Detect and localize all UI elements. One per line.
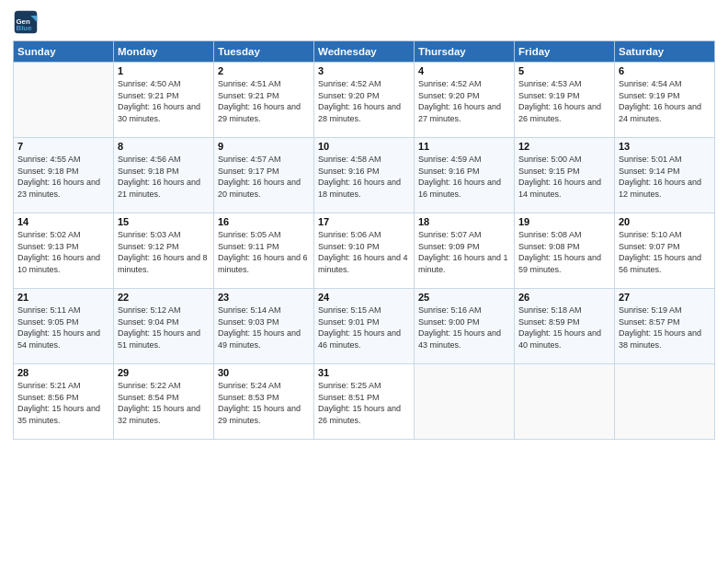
- day-info: Sunrise: 5:05 AMSunset: 9:11 PMDaylight:…: [218, 229, 310, 275]
- day-number: 9: [218, 141, 310, 152]
- logo: Gen Blue: [13, 9, 42, 35]
- calendar-week-2: 14Sunrise: 5:02 AMSunset: 9:13 PMDayligh…: [14, 213, 715, 289]
- calendar-cell: 28Sunrise: 5:21 AMSunset: 8:56 PMDayligh…: [14, 364, 114, 440]
- day-info: Sunrise: 4:55 AMSunset: 9:18 PMDaylight:…: [17, 154, 109, 200]
- weekday-header-wednesday: Wednesday: [314, 41, 415, 63]
- calendar-cell: 22Sunrise: 5:12 AMSunset: 9:04 PMDayligh…: [114, 289, 214, 364]
- day-info: Sunrise: 4:50 AMSunset: 9:21 PMDaylight:…: [118, 78, 210, 124]
- day-info: Sunrise: 5:16 AMSunset: 9:00 PMDaylight:…: [418, 304, 510, 350]
- calendar-cell: 8Sunrise: 4:56 AMSunset: 9:18 PMDaylight…: [114, 138, 214, 213]
- day-number: 17: [318, 216, 410, 227]
- calendar-cell: 15Sunrise: 5:03 AMSunset: 9:12 PMDayligh…: [114, 213, 214, 289]
- day-info: Sunrise: 5:07 AMSunset: 9:09 PMDaylight:…: [418, 229, 510, 275]
- calendar-cell: 24Sunrise: 5:15 AMSunset: 9:01 PMDayligh…: [314, 289, 415, 364]
- calendar-week-0: 1Sunrise: 4:50 AMSunset: 9:21 PMDaylight…: [14, 63, 715, 138]
- calendar-cell: 27Sunrise: 5:19 AMSunset: 8:57 PMDayligh…: [615, 289, 715, 364]
- calendar-cell: 23Sunrise: 5:14 AMSunset: 9:03 PMDayligh…: [214, 289, 314, 364]
- calendar-cell: 29Sunrise: 5:22 AMSunset: 8:54 PMDayligh…: [114, 364, 214, 440]
- day-info: Sunrise: 5:19 AMSunset: 8:57 PMDaylight:…: [619, 304, 711, 350]
- day-number: 30: [218, 367, 310, 378]
- day-number: 4: [418, 65, 510, 76]
- day-number: 1: [118, 65, 210, 76]
- calendar-cell: 5Sunrise: 4:53 AMSunset: 9:19 PMDaylight…: [515, 63, 615, 138]
- day-info: Sunrise: 5:18 AMSunset: 8:59 PMDaylight:…: [518, 304, 610, 350]
- day-number: 20: [619, 216, 711, 227]
- calendar-cell: 19Sunrise: 5:08 AMSunset: 9:08 PMDayligh…: [515, 213, 615, 289]
- calendar-cell: 4Sunrise: 4:52 AMSunset: 9:20 PMDaylight…: [415, 63, 515, 138]
- calendar-cell: 18Sunrise: 5:07 AMSunset: 9:09 PMDayligh…: [415, 213, 515, 289]
- day-info: Sunrise: 4:51 AMSunset: 9:21 PMDaylight:…: [218, 78, 310, 124]
- weekday-header-row: SundayMondayTuesdayWednesdayThursdayFrid…: [14, 41, 715, 63]
- calendar-cell: 11Sunrise: 4:59 AMSunset: 9:16 PMDayligh…: [415, 138, 515, 213]
- weekday-header-sunday: Sunday: [14, 41, 114, 63]
- day-number: 13: [619, 141, 711, 152]
- calendar-cell: 20Sunrise: 5:10 AMSunset: 9:07 PMDayligh…: [615, 213, 715, 289]
- day-number: 11: [418, 141, 510, 152]
- day-info: Sunrise: 4:59 AMSunset: 9:16 PMDaylight:…: [418, 154, 510, 200]
- weekday-header-tuesday: Tuesday: [214, 41, 314, 63]
- day-info: Sunrise: 5:11 AMSunset: 9:05 PMDaylight:…: [17, 304, 109, 350]
- day-info: Sunrise: 5:22 AMSunset: 8:54 PMDaylight:…: [118, 380, 210, 426]
- weekday-header-saturday: Saturday: [615, 41, 715, 63]
- weekday-header-monday: Monday: [114, 41, 214, 63]
- day-info: Sunrise: 4:56 AMSunset: 9:18 PMDaylight:…: [118, 154, 210, 200]
- day-info: Sunrise: 5:02 AMSunset: 9:13 PMDaylight:…: [17, 229, 109, 275]
- day-number: 22: [118, 292, 210, 303]
- calendar-cell: 21Sunrise: 5:11 AMSunset: 9:05 PMDayligh…: [14, 289, 114, 364]
- day-info: Sunrise: 5:14 AMSunset: 9:03 PMDaylight:…: [218, 304, 310, 350]
- day-number: 28: [17, 367, 109, 378]
- day-number: 2: [218, 65, 310, 76]
- day-info: Sunrise: 5:01 AMSunset: 9:14 PMDaylight:…: [619, 154, 711, 200]
- calendar-cell: 25Sunrise: 5:16 AMSunset: 9:00 PMDayligh…: [415, 289, 515, 364]
- day-number: 19: [518, 216, 610, 227]
- calendar-week-4: 28Sunrise: 5:21 AMSunset: 8:56 PMDayligh…: [14, 364, 715, 440]
- calendar-cell: 16Sunrise: 5:05 AMSunset: 9:11 PMDayligh…: [214, 213, 314, 289]
- day-info: Sunrise: 5:24 AMSunset: 8:53 PMDaylight:…: [218, 380, 310, 426]
- calendar-cell: [515, 364, 615, 440]
- calendar-header: SundayMondayTuesdayWednesdayThursdayFrid…: [14, 41, 715, 63]
- svg-text:Blue: Blue: [17, 24, 33, 32]
- day-info: Sunrise: 5:08 AMSunset: 9:08 PMDaylight:…: [518, 229, 610, 275]
- day-number: 25: [418, 292, 510, 303]
- day-info: Sunrise: 5:15 AMSunset: 9:01 PMDaylight:…: [318, 304, 410, 350]
- day-number: 8: [118, 141, 210, 152]
- day-info: Sunrise: 4:58 AMSunset: 9:16 PMDaylight:…: [318, 154, 410, 200]
- day-number: 7: [17, 141, 109, 152]
- day-number: 12: [518, 141, 610, 152]
- day-number: 15: [118, 216, 210, 227]
- day-number: 31: [318, 367, 410, 378]
- calendar-week-3: 21Sunrise: 5:11 AMSunset: 9:05 PMDayligh…: [14, 289, 715, 364]
- calendar-cell: 7Sunrise: 4:55 AMSunset: 9:18 PMDaylight…: [14, 138, 114, 213]
- day-number: 16: [218, 216, 310, 227]
- day-number: 18: [418, 216, 510, 227]
- day-info: Sunrise: 4:57 AMSunset: 9:17 PMDaylight:…: [218, 154, 310, 200]
- day-number: 21: [17, 292, 109, 303]
- day-number: 23: [218, 292, 310, 303]
- day-number: 24: [318, 292, 410, 303]
- day-info: Sunrise: 5:12 AMSunset: 9:04 PMDaylight:…: [118, 304, 210, 350]
- calendar-cell: 17Sunrise: 5:06 AMSunset: 9:10 PMDayligh…: [314, 213, 415, 289]
- day-info: Sunrise: 4:52 AMSunset: 9:20 PMDaylight:…: [318, 78, 410, 124]
- day-info: Sunrise: 4:52 AMSunset: 9:20 PMDaylight:…: [418, 78, 510, 124]
- calendar-cell: 3Sunrise: 4:52 AMSunset: 9:20 PMDaylight…: [314, 63, 415, 138]
- calendar-cell: 10Sunrise: 4:58 AMSunset: 9:16 PMDayligh…: [314, 138, 415, 213]
- calendar-table: SundayMondayTuesdayWednesdayThursdayFrid…: [13, 40, 715, 440]
- calendar-cell: 1Sunrise: 4:50 AMSunset: 9:21 PMDaylight…: [114, 63, 214, 138]
- weekday-header-friday: Friday: [515, 41, 615, 63]
- day-number: 27: [619, 292, 711, 303]
- calendar-cell: [615, 364, 715, 440]
- weekday-header-thursday: Thursday: [415, 41, 515, 63]
- day-info: Sunrise: 5:06 AMSunset: 9:10 PMDaylight:…: [318, 229, 410, 275]
- calendar-cell: 13Sunrise: 5:01 AMSunset: 9:14 PMDayligh…: [615, 138, 715, 213]
- calendar-cell: 12Sunrise: 5:00 AMSunset: 9:15 PMDayligh…: [515, 138, 615, 213]
- day-info: Sunrise: 5:00 AMSunset: 9:15 PMDaylight:…: [518, 154, 610, 200]
- day-number: 5: [518, 65, 610, 76]
- calendar-cell: 14Sunrise: 5:02 AMSunset: 9:13 PMDayligh…: [14, 213, 114, 289]
- day-info: Sunrise: 5:21 AMSunset: 8:56 PMDaylight:…: [17, 380, 109, 426]
- calendar-cell: 2Sunrise: 4:51 AMSunset: 9:21 PMDaylight…: [214, 63, 314, 138]
- day-info: Sunrise: 4:54 AMSunset: 9:19 PMDaylight:…: [619, 78, 711, 124]
- calendar-cell: 31Sunrise: 5:25 AMSunset: 8:51 PMDayligh…: [314, 364, 415, 440]
- calendar-cell: [415, 364, 515, 440]
- calendar-cell: 9Sunrise: 4:57 AMSunset: 9:17 PMDaylight…: [214, 138, 314, 213]
- logo-icon: Gen Blue: [13, 9, 39, 35]
